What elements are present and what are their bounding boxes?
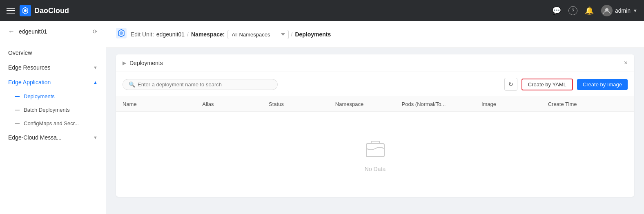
edge-cloud-chevron-icon: ▼ (93, 135, 98, 140)
empty-state: No Data (116, 112, 634, 197)
brand-icon (20, 5, 31, 16)
create-yaml-label: Create by YAML (528, 81, 566, 88)
help-icon[interactable]: ? (568, 6, 577, 15)
sidebar-edge-application-label: Edge Application (8, 79, 51, 86)
brand-name: DaoCloud (34, 7, 69, 15)
breadcrumb-sep1: / (187, 31, 189, 38)
search-input[interactable] (138, 81, 272, 88)
page-header: Edit Unit: edgeunit01 / Namespace: All N… (106, 21, 644, 48)
edit-unit-label: Edit Unit: (131, 31, 154, 38)
col-name: Name (123, 101, 202, 107)
brand-logo: DaoCloud (20, 5, 69, 16)
search-box[interactable]: 🔍 (123, 79, 278, 90)
create-image-button[interactable]: Create by Image (577, 79, 628, 90)
refresh-icon: ↻ (508, 81, 513, 88)
col-alias: Alias (202, 101, 269, 107)
sidebar: ← edgeunit01 ⟳ Overview Edge Resources ▼… (0, 21, 106, 214)
sidebar-item-overview[interactable]: Overview (0, 45, 106, 60)
refresh-button[interactable]: ↻ (504, 78, 517, 91)
sidebar-item-configmaps-label: ConfigMaps and Secr... (24, 120, 79, 126)
deployments-panel: ▶ Deployments × 🔍 ↻ (116, 54, 634, 197)
toolbar-actions: ↻ Create by YAML Create by Image (504, 78, 628, 91)
edge-resources-chevron-icon: ▼ (93, 65, 98, 70)
user-chevron-icon: ▼ (633, 8, 637, 13)
back-arrow-icon: ← (8, 28, 15, 35)
collapse-arrow-icon: ▶ (123, 60, 126, 66)
sidebar-back[interactable]: ← edgeunit01 ⟳ (0, 21, 106, 42)
topnav: DaoCloud 💬 ? 🔔 admin ▼ (0, 0, 644, 21)
col-status: Status (269, 101, 335, 107)
sidebar-unit-name: edgeunit01 (19, 28, 89, 35)
col-image: Image (481, 101, 548, 107)
user-menu[interactable]: admin ▼ (601, 5, 637, 16)
notification-icon[interactable]: 🔔 (585, 6, 594, 15)
header-icon (116, 28, 127, 41)
breadcrumb-current: Deployments (295, 31, 331, 38)
svg-rect-3 (366, 144, 384, 157)
content-area: ▶ Deployments × 🔍 ↻ (106, 48, 644, 203)
empty-state-icon (363, 136, 388, 161)
hamburger-menu[interactable] (7, 8, 15, 14)
toolbar: 🔍 ↻ Create by YAML Create by Image (116, 72, 634, 97)
sidebar-item-edge-application[interactable]: Edge Application ▲ (0, 75, 106, 90)
create-yaml-button[interactable]: Create by YAML (521, 79, 573, 90)
sidebar-item-edge-cloud-messa[interactable]: Edge-Cloud Messa... ▼ (0, 130, 106, 145)
configmaps-dash-icon (15, 123, 20, 124)
sidebar-item-configmaps[interactable]: ConfigMaps and Secr... (0, 117, 106, 130)
avatar (601, 5, 613, 16)
sidebar-edge-resources-label: Edge Resources (8, 64, 51, 71)
refresh-icon[interactable]: ⟳ (93, 28, 98, 35)
sidebar-nav: Overview Edge Resources ▼ Edge Applicati… (0, 42, 106, 148)
breadcrumb: Edit Unit: edgeunit01 / Namespace: All N… (131, 30, 331, 39)
create-image-label: Create by Image (583, 81, 622, 88)
panel-collapse-header[interactable]: ▶ Deployments × (116, 54, 634, 72)
namespace-select[interactable]: All Namespaces default kube-system (227, 30, 289, 39)
sidebar-edge-cloud-label: Edge-Cloud Messa... (8, 134, 62, 141)
col-namespace: Namespace (335, 101, 402, 107)
sidebar-item-edge-resources[interactable]: Edge Resources ▼ (0, 60, 106, 75)
panel-title: Deployments (129, 60, 163, 66)
empty-text: No Data (365, 166, 386, 172)
panel-close-icon[interactable]: × (624, 59, 628, 67)
table-header: Name Alias Status Namespace Pods (Normal… (116, 97, 634, 112)
username: admin (615, 7, 631, 14)
breadcrumb-unit-name: edgeunit01 (156, 31, 185, 38)
search-icon: 🔍 (129, 81, 135, 88)
chat-icon[interactable]: 💬 (552, 6, 561, 15)
sidebar-item-batch-deployments-label: Batch Deployments (24, 107, 70, 113)
col-pods: Pods (Normal/To... (402, 101, 481, 107)
sidebar-item-batch-deployments[interactable]: Batch Deployments (0, 103, 106, 117)
sidebar-edge-application-sub: Deployments Batch Deployments ConfigMaps… (0, 90, 106, 130)
breadcrumb-sep2: / (291, 31, 293, 38)
batch-deployments-dash-icon (15, 110, 20, 110)
edge-application-chevron-icon: ▲ (93, 80, 98, 85)
sidebar-item-overview-label: Overview (8, 50, 32, 56)
sidebar-item-deployments[interactable]: Deployments (0, 90, 106, 103)
deployments-dash-icon (15, 96, 20, 97)
namespace-label: Namespace: (191, 31, 225, 38)
main-content: Edit Unit: edgeunit01 / Namespace: All N… (106, 21, 644, 214)
sidebar-item-deployments-label: Deployments (24, 93, 55, 99)
col-create-time: Create Time (548, 101, 628, 107)
